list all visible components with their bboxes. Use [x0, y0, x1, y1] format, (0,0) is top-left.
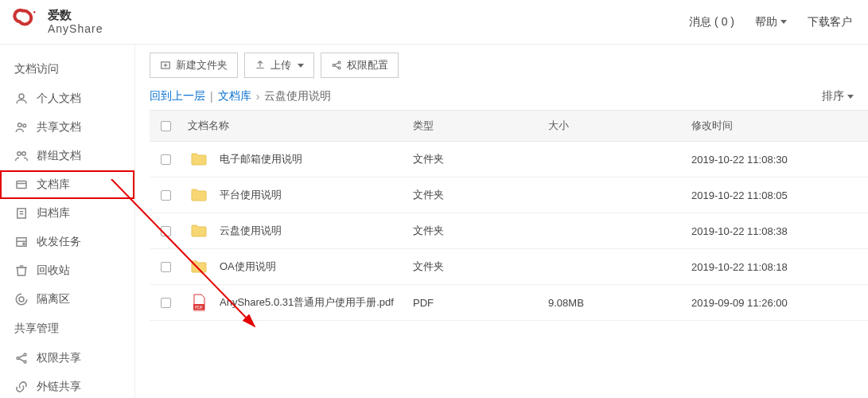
sidebar-item[interactable]: 归档库 — [0, 199, 134, 228]
main: 新建文件夹 上传 权限配置 回到上一层 | 文档库 › 云盘使用说明 排序 — [135, 45, 868, 398]
sidebar-section1-title: 文档访问 — [0, 54, 134, 84]
breadcrumb-current: 云盘使用说明 — [264, 89, 331, 103]
brand-text: 爱数 AnyShare — [48, 9, 103, 35]
file-table: 文档名称 类型 大小 修改时间 电子邮箱使用说明文件夹2019-10-22 11… — [150, 110, 868, 321]
svg-text:PDF: PDF — [195, 305, 203, 310]
folder-icon — [188, 150, 210, 169]
cell-size — [542, 178, 685, 213]
table-row[interactable]: PDFAnyShare5.0.31普通用户使用手册.pdfPDF9.08MB20… — [150, 285, 868, 321]
upload-button[interactable]: 上传 — [244, 53, 314, 78]
new-folder-button[interactable]: 新建文件夹 — [150, 53, 238, 78]
cell-name[interactable]: OA使用说明 — [181, 249, 407, 284]
table-row[interactable]: OA使用说明文件夹2019-10-22 11:08:18 — [150, 249, 868, 285]
upload-icon — [255, 60, 266, 71]
permission-label: 权限配置 — [347, 58, 388, 72]
cell-extra — [836, 285, 868, 320]
breadcrumb-lib[interactable]: 文档库 — [218, 89, 251, 103]
nav-icon — [14, 235, 29, 249]
brand-logo[interactable]: 爱数 AnyShare — [10, 6, 103, 38]
file-name: 云盘使用说明 — [220, 224, 282, 238]
layout: 文档访问 个人文档共享文档群组文档文档库归档库收发任务回收站隔离区 共享管理 权… — [0, 45, 868, 398]
svg-point-17 — [17, 357, 19, 360]
svg-line-20 — [19, 355, 24, 357]
separator: | — [210, 90, 213, 103]
breadcrumb: 回到上一层 | 文档库 › 云盘使用说明 — [150, 89, 331, 103]
sidebar-item[interactable]: 群组文档 — [0, 142, 134, 170]
row-checkbox[interactable] — [150, 213, 181, 248]
sort-button[interactable]: 排序 — [822, 89, 854, 103]
cell-size — [542, 142, 685, 177]
row-checkbox[interactable] — [150, 249, 181, 284]
sidebar-item[interactable]: 回收站 — [0, 256, 134, 285]
sidebar-item-label: 外链共享 — [37, 380, 81, 394]
table-header: 文档名称 类型 大小 修改时间 — [150, 110, 868, 142]
top-links: 消息 ( 0 ) 帮助 下载客户 — [689, 15, 852, 29]
row-checkbox[interactable] — [150, 285, 181, 320]
svg-point-5 — [22, 152, 26, 156]
toolbar: 新建文件夹 上传 权限配置 — [150, 53, 868, 78]
row-checkbox[interactable] — [150, 178, 181, 213]
file-name: 电子邮箱使用说明 — [220, 152, 302, 166]
sidebar-item[interactable]: 外链共享 — [0, 373, 134, 398]
cell-size — [542, 213, 685, 248]
col-type-header[interactable]: 类型 — [407, 111, 542, 141]
chevron-down-icon — [298, 64, 304, 68]
svg-point-18 — [24, 353, 26, 356]
folder-icon — [188, 185, 210, 205]
cell-extra — [836, 213, 868, 248]
new-folder-icon — [160, 60, 171, 71]
table-row[interactable]: 电子邮箱使用说明文件夹2019-10-22 11:08:30 — [150, 142, 868, 178]
cell-time: 2019-10-22 11:08:05 — [685, 178, 836, 213]
cell-extra — [836, 142, 868, 177]
cell-time: 2019-10-22 11:08:30 — [685, 142, 836, 177]
cell-size: 9.08MB — [542, 285, 685, 320]
pdf-icon: PDF — [188, 293, 210, 312]
nav-icon — [14, 120, 29, 135]
svg-line-29 — [335, 63, 339, 64]
col-extra-header — [836, 111, 868, 141]
topbar: 爱数 AnyShare 消息 ( 0 ) 帮助 下载客户 — [0, 0, 868, 45]
brand-cn: 爱数 — [48, 9, 103, 22]
sidebar-item[interactable]: 收发任务 — [0, 228, 134, 256]
cell-type: PDF — [407, 285, 542, 320]
table-row[interactable]: 云盘使用说明文件夹2019-10-22 11:08:38 — [150, 213, 868, 249]
sidebar-item[interactable]: 个人文档 — [0, 84, 134, 113]
cell-type: 文件夹 — [407, 142, 542, 177]
download-link[interactable]: 下载客户 — [808, 15, 852, 29]
breadcrumb-back[interactable]: 回到上一层 — [150, 89, 205, 103]
row-checkbox[interactable] — [150, 142, 181, 177]
sidebar-item-label: 收发任务 — [37, 235, 81, 249]
nav-icon — [14, 292, 29, 306]
nav-icon — [14, 178, 29, 192]
sidebar-section2-title: 共享管理 — [0, 314, 134, 344]
cell-type: 文件夹 — [407, 213, 542, 248]
col-size-header[interactable]: 大小 — [542, 111, 685, 141]
sidebar: 文档访问 个人文档共享文档群组文档文档库归档库收发任务回收站隔离区 共享管理 权… — [0, 45, 135, 398]
new-folder-label: 新建文件夹 — [176, 58, 228, 72]
cell-size — [542, 249, 685, 284]
chevron-right-icon: › — [256, 90, 260, 103]
table-row[interactable]: 平台使用说明文件夹2019-10-22 11:08:05 — [150, 178, 868, 213]
svg-point-2 — [18, 123, 22, 127]
help-link[interactable]: 帮助 — [755, 15, 787, 29]
sidebar-item[interactable]: 权限共享 — [0, 344, 134, 373]
messages-link[interactable]: 消息 ( 0 ) — [689, 15, 734, 29]
file-name: 平台使用说明 — [220, 188, 282, 202]
file-name: OA使用说明 — [220, 259, 276, 274]
sidebar-item[interactable]: 文档库 — [0, 170, 134, 199]
file-name: AnyShare5.0.31普通用户使用手册.pdf — [220, 295, 394, 310]
cell-name[interactable]: 电子邮箱使用说明 — [181, 142, 407, 177]
nav-icon — [14, 149, 29, 163]
select-all-checkbox[interactable] — [150, 111, 181, 141]
cell-name[interactable]: 云盘使用说明 — [181, 213, 407, 248]
cell-name[interactable]: PDFAnyShare5.0.31普通用户使用手册.pdf — [181, 285, 407, 320]
cell-time: 2019-10-22 11:08:38 — [685, 213, 836, 248]
sidebar-item[interactable]: 隔离区 — [0, 285, 134, 314]
col-name-header[interactable]: 文档名称 — [181, 111, 407, 141]
svg-point-3 — [23, 124, 26, 127]
cell-name[interactable]: 平台使用说明 — [181, 178, 407, 213]
permission-button[interactable]: 权限配置 — [321, 53, 399, 78]
col-time-header[interactable]: 修改时间 — [685, 111, 836, 141]
folder-icon — [188, 221, 210, 240]
sidebar-item[interactable]: 共享文档 — [0, 113, 134, 142]
